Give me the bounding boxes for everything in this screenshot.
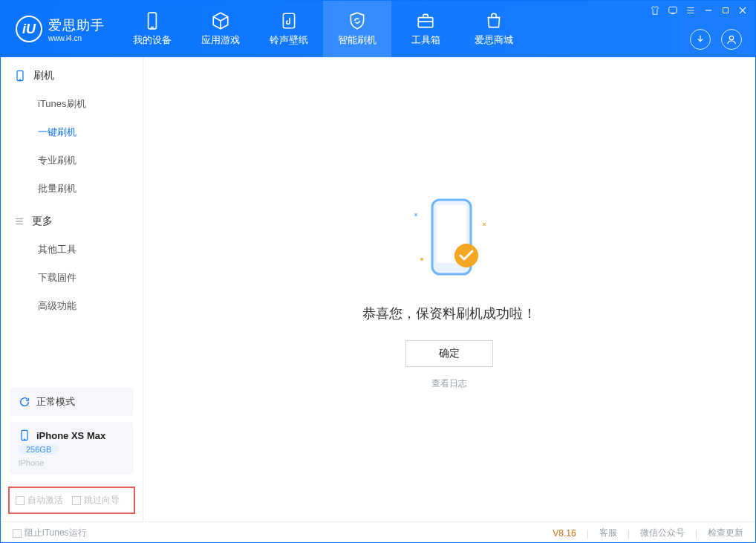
mode-label: 正常模式 [36, 395, 75, 409]
nav-label: 智能刷机 [338, 33, 377, 47]
download-button[interactable] [690, 29, 711, 50]
logo-icon: iU [16, 16, 42, 42]
sidebar-item-batch-flash[interactable]: 批量刷机 [1, 175, 143, 203]
svg-rect-3 [418, 18, 433, 27]
success-illustration [401, 189, 498, 285]
toolbox-icon [416, 11, 435, 30]
device-mode-card[interactable]: 正常模式 [10, 388, 134, 416]
checkbox-auto-activate[interactable]: 自动激活 [16, 494, 63, 507]
phone-icon [143, 11, 162, 30]
checkbox-label: 阻止iTunes运行 [25, 527, 87, 539]
window-controls-small [650, 5, 748, 16]
phone-outline-icon [14, 70, 26, 82]
ok-button[interactable]: 确定 [405, 340, 493, 367]
sidebar-item-other-tools[interactable]: 其他工具 [1, 235, 143, 264]
svg-rect-18 [22, 430, 27, 440]
app-title: 爱思助手 [48, 16, 105, 34]
nav-label: 爱思商城 [475, 33, 513, 47]
list-icon [14, 216, 25, 227]
device-icon [19, 429, 30, 441]
top-nav: 我的设备 应用游戏 铃声壁纸 智能刷机 工具箱 爱思商城 [118, 1, 528, 57]
section-title: 刷机 [33, 69, 54, 82]
checkbox-skip-guide[interactable]: 跳过向导 [72, 494, 120, 507]
svg-rect-0 [149, 13, 157, 29]
sidebar-item-advanced[interactable]: 高级功能 [1, 292, 143, 320]
footer-link-check-update[interactable]: 检查更新 [708, 527, 743, 539]
header-right-buttons [690, 29, 742, 50]
user-button[interactable] [721, 29, 742, 50]
main-content: 恭喜您，保资料刷机成功啦！ 确定 查看日志 [143, 57, 755, 521]
checkbox-label: 自动激活 [27, 494, 63, 507]
cube-icon [211, 11, 230, 30]
bag-icon [484, 11, 504, 30]
view-log-link[interactable]: 查看日志 [431, 377, 467, 390]
nav-store[interactable]: 爱思商城 [460, 1, 528, 57]
nav-toolbox[interactable]: 工具箱 [391, 1, 460, 57]
nav-smart-flash[interactable]: 智能刷机 [323, 1, 391, 57]
sync-icon [19, 396, 30, 408]
nav-my-device[interactable]: 我的设备 [118, 1, 186, 57]
menu-icon[interactable] [685, 5, 696, 16]
footer-link-support[interactable]: 客服 [599, 527, 617, 539]
app-logo: iU 爱思助手 www.i4.cn [1, 16, 118, 42]
nav-apps-games[interactable]: 应用游戏 [186, 1, 255, 57]
sidebar-item-download-firmware[interactable]: 下载固件 [1, 264, 143, 292]
svg-point-12 [729, 36, 733, 39]
device-capacity: 256GB [19, 444, 59, 455]
device-type: iPhone [19, 458, 125, 467]
device-info-card[interactable]: iPhone XS Max 256GB iPhone [10, 422, 134, 475]
svg-point-22 [420, 258, 423, 261]
sidebar-section-flash: 刷机 [1, 57, 143, 90]
checkbox-block-itunes[interactable]: 阻止iTunes运行 [13, 527, 87, 539]
shield-sync-icon [348, 11, 367, 30]
minimize-button[interactable] [703, 5, 714, 16]
svg-rect-2 [283, 13, 294, 28]
svg-rect-4 [669, 7, 677, 13]
device-name: iPhone XS Max [36, 430, 105, 441]
success-message: 恭喜您，保资料刷机成功啦！ [362, 305, 536, 322]
sidebar-item-pro-flash[interactable]: 专业刷机 [1, 146, 143, 175]
footer-link-wechat[interactable]: 微信公众号 [640, 527, 685, 539]
sidebar-item-itunes-flash[interactable]: iTunes刷机 [1, 90, 143, 118]
version-label: V8.16 [553, 528, 576, 539]
shirt-icon[interactable] [650, 5, 660, 16]
nav-label: 工具箱 [411, 33, 440, 47]
app-header: iU 爱思助手 www.i4.cn 我的设备 应用游戏 铃声壁纸 智能刷机 工具… [1, 1, 755, 57]
sidebar-item-oneclick-flash[interactable]: 一键刷机 [1, 118, 143, 146]
svg-rect-9 [723, 8, 729, 13]
nav-label: 我的设备 [133, 33, 172, 47]
maximize-button[interactable] [721, 6, 730, 15]
svg-rect-13 [17, 71, 23, 80]
feedback-icon[interactable] [668, 5, 678, 16]
app-subtitle: www.i4.cn [48, 34, 105, 42]
sidebar-section-more: 更多 [1, 203, 143, 235]
status-bar: 阻止iTunes运行 V8.16 | 客服 | 微信公众号 | 检查更新 [1, 521, 755, 543]
section-title: 更多 [32, 215, 53, 228]
highlighted-options-row: 自动激活 跳过向导 [8, 487, 135, 514]
music-file-icon [279, 11, 299, 30]
nav-label: 铃声壁纸 [270, 33, 308, 47]
close-button[interactable] [737, 5, 748, 16]
checkbox-label: 跳过向导 [84, 494, 120, 507]
sidebar: 刷机 iTunes刷机 一键刷机 专业刷机 批量刷机 更多 其他工具 下载固件 … [1, 57, 143, 521]
nav-label: 应用游戏 [201, 33, 240, 47]
nav-ringtones-wallpapers[interactable]: 铃声壁纸 [255, 1, 323, 57]
